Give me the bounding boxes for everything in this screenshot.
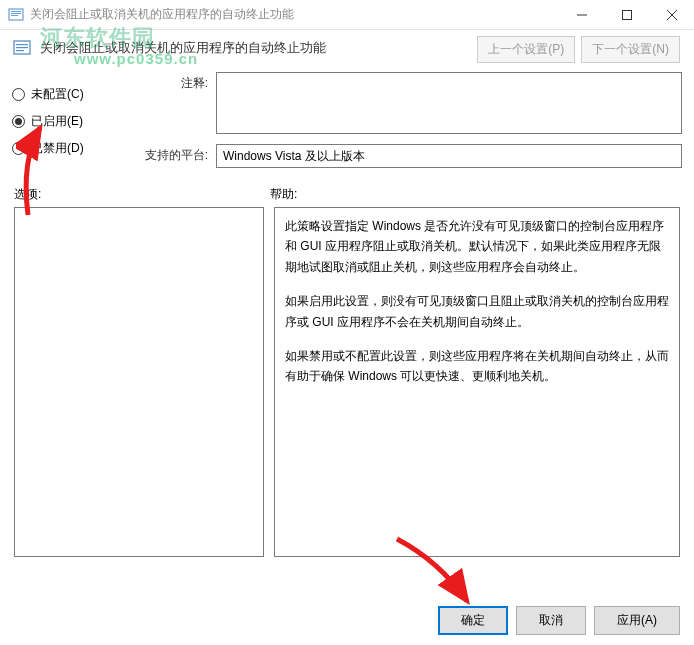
comment-textarea[interactable] <box>216 72 682 134</box>
policy-icon <box>12 38 32 58</box>
cancel-button[interactable]: 取消 <box>516 606 586 635</box>
svg-rect-9 <box>16 44 28 45</box>
options-pane <box>14 207 264 557</box>
radio-icon <box>12 88 25 101</box>
help-pane: 此策略设置指定 Windows 是否允许没有可见顶级窗口的控制台应用程序和 GU… <box>274 207 680 557</box>
platform-value: Windows Vista 及以上版本 <box>216 144 682 168</box>
radio-label: 已启用(E) <box>31 113 83 130</box>
app-icon <box>8 7 24 23</box>
apply-button[interactable]: 应用(A) <box>594 606 680 635</box>
maximize-button[interactable] <box>604 0 649 30</box>
help-paragraph: 此策略设置指定 Windows 是否允许没有可见顶级窗口的控制台应用程序和 GU… <box>285 216 669 277</box>
svg-rect-1 <box>11 11 21 12</box>
help-paragraph: 如果启用此设置，则没有可见顶级窗口且阻止或取消关机的控制台应用程序或 GUI 应… <box>285 291 669 332</box>
window-titlebar: 关闭会阻止或取消关机的应用程序的自动终止功能 <box>0 0 694 30</box>
svg-rect-11 <box>16 50 24 51</box>
policy-title: 关闭会阻止或取消关机的应用程序的自动终止功能 <box>40 39 326 57</box>
prev-setting-button[interactable]: 上一个设置(P) <box>477 36 575 63</box>
radio-enabled[interactable]: 已启用(E) <box>12 113 120 130</box>
help-label: 帮助: <box>270 186 297 203</box>
help-paragraph: 如果禁用或不配置此设置，则这些应用程序将在关机期间自动终止，从而有助于确保 Wi… <box>285 346 669 387</box>
radio-icon <box>12 142 25 155</box>
header: 关闭会阻止或取消关机的应用程序的自动终止功能 上一个设置(P) 下一个设置(N) <box>0 30 694 66</box>
comment-label: 注释: <box>130 72 216 134</box>
svg-rect-0 <box>9 9 23 20</box>
radio-icon <box>12 115 25 128</box>
radio-disabled[interactable]: 已禁用(D) <box>12 140 120 157</box>
close-button[interactable] <box>649 0 694 30</box>
svg-rect-5 <box>622 11 631 20</box>
radio-label: 未配置(C) <box>31 86 84 103</box>
radio-not-configured[interactable]: 未配置(C) <box>12 86 120 103</box>
ok-button[interactable]: 确定 <box>438 606 508 635</box>
svg-rect-2 <box>11 13 21 14</box>
svg-rect-3 <box>11 15 18 16</box>
window-title: 关闭会阻止或取消关机的应用程序的自动终止功能 <box>30 6 559 23</box>
next-setting-button[interactable]: 下一个设置(N) <box>581 36 680 63</box>
platform-label: 支持的平台: <box>130 144 216 168</box>
minimize-button[interactable] <box>559 0 604 30</box>
footer: 确定 取消 应用(A) <box>438 606 680 635</box>
radio-label: 已禁用(D) <box>31 140 84 157</box>
options-label: 选项: <box>14 186 270 203</box>
svg-rect-10 <box>16 47 28 48</box>
